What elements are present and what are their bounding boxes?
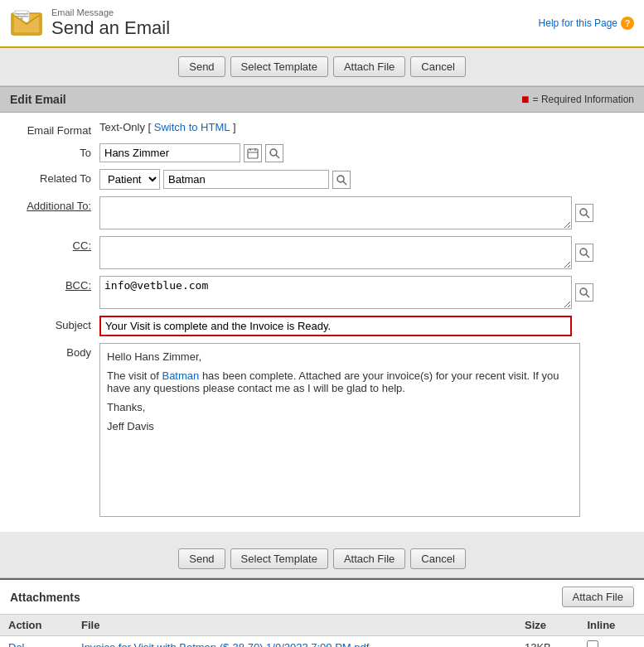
edit-email-section: Edit Email ■ = Required Information Emai…	[0, 86, 644, 540]
top-toolbar: Send Select Template Attach File Cancel	[0, 48, 644, 86]
svg-line-21	[586, 294, 589, 297]
svg-line-19	[586, 254, 589, 258]
body-signature: Jeff Davis	[107, 420, 573, 432]
bracket-close: ]	[230, 121, 236, 133]
body-row: Body Hello Hans Zimmer, The visit of Bat…	[17, 343, 627, 517]
additional-search-icon	[579, 207, 590, 219]
svg-line-13	[276, 155, 279, 158]
svg-line-17	[586, 215, 589, 218]
inline-checkbox[interactable]	[587, 640, 598, 647]
attachments-header: Attachments Attach File	[0, 580, 644, 615]
related-row: Patient Client Doctor Staff	[99, 169, 627, 190]
svg-point-12	[270, 149, 277, 156]
page-header: Email Message Send an Email Help for thi…	[0, 0, 644, 48]
related-search-button[interactable]	[332, 171, 351, 189]
body-label: Body	[17, 343, 99, 359]
size-cell: 13KB	[516, 636, 579, 648]
attachments-thead: Action File Size Inline	[0, 615, 644, 636]
body-editor[interactable]: Hello Hans Zimmer, The visit of Batman h…	[99, 343, 580, 517]
to-label: To	[17, 143, 99, 159]
action-cell: Del	[0, 636, 73, 648]
svg-point-14	[337, 176, 344, 182]
delete-link[interactable]: Del	[8, 641, 25, 647]
bcc-search-icon	[579, 287, 590, 298]
svg-point-20	[580, 288, 587, 295]
cc-search-button[interactable]	[575, 244, 593, 262]
attachments-tbody: Del Invoice for Visit with Batman ($-38.…	[0, 636, 644, 648]
additional-to-input[interactable]	[99, 196, 572, 229]
cc-row: CC:	[17, 236, 627, 269]
subject-input[interactable]	[99, 316, 572, 336]
cc-input[interactable]	[99, 236, 572, 269]
edit-email-container: Edit Email ■ = Required Information Emai…	[0, 86, 644, 532]
additional-to-control	[99, 196, 627, 229]
email-icon	[10, 7, 43, 40]
related-name-input[interactable]	[163, 170, 329, 189]
bcc-row: BCC: info@vetblue.com	[17, 276, 627, 309]
additional-to-row: Additional To:	[17, 196, 627, 229]
attach-file-button-attachments[interactable]: Attach File	[562, 587, 634, 607]
cancel-button-bottom[interactable]: Cancel	[410, 548, 465, 569]
cc-search-icon	[579, 247, 590, 258]
col-file: File	[73, 615, 516, 636]
edit-email-header: Edit Email ■ = Required Information	[0, 86, 644, 113]
additional-to-label: Additional To:	[17, 196, 99, 212]
form-area: Email Format Text-Only [ Switch to HTML …	[0, 113, 644, 532]
subject-row: Subject	[17, 316, 627, 336]
format-value: Text-Only	[99, 121, 145, 133]
to-search-button[interactable]	[265, 144, 283, 162]
select-template-button-bottom[interactable]: Select Template	[230, 548, 328, 569]
additional-to-search-button[interactable]	[575, 204, 593, 222]
select-template-button-top[interactable]: Select Template	[230, 56, 328, 77]
bcc-input[interactable]: info@vetblue.com	[99, 276, 572, 309]
search-icon	[269, 147, 280, 159]
email-format-control: Text-Only [ Switch to HTML ]	[99, 121, 627, 133]
bottom-toolbar: Send Select Template Attach File Cancel	[0, 540, 644, 578]
to-row: To	[17, 143, 627, 162]
col-size: Size	[516, 615, 579, 636]
body-thanks: Thanks,	[107, 401, 573, 413]
required-label: = Required Information	[533, 94, 634, 105]
related-to-row: Related To Patient Client Doctor Staff	[17, 169, 627, 190]
header-title: Send an Email	[51, 17, 170, 39]
related-to-label: Related To	[17, 169, 99, 185]
svg-line-15	[343, 181, 346, 185]
edit-email-title: Edit Email	[10, 93, 66, 106]
col-inline: Inline	[579, 615, 644, 636]
attachments-section: Attachments Attach File Action File Size…	[0, 578, 644, 647]
file-cell: Invoice for Visit with Batman ($-38.70) …	[73, 636, 516, 648]
send-button-bottom[interactable]: Send	[178, 548, 225, 569]
attachments-header-row: Action File Size Inline	[0, 615, 644, 636]
calendar-icon	[247, 147, 259, 159]
body-greeting: Hello Hans Zimmer,	[107, 350, 573, 363]
body-batman-link: Batman	[162, 369, 199, 382]
switch-to-html-link[interactable]: Switch to HTML	[154, 121, 230, 133]
bcc-label: BCC:	[17, 276, 99, 292]
svg-point-16	[580, 209, 587, 215]
help-text: Help for this Page	[539, 17, 617, 29]
related-type-select[interactable]: Patient Client Doctor Staff	[99, 169, 160, 190]
bcc-control: info@vetblue.com	[99, 276, 627, 309]
attachments-table: Action File Size Inline Del Invoice for …	[0, 615, 644, 647]
header-title-block: Email Message Send an Email	[51, 7, 170, 39]
bcc-search-button[interactable]	[575, 283, 593, 302]
required-marker: ■	[521, 92, 530, 107]
to-control	[99, 143, 627, 162]
attachments-title: Attachments	[10, 591, 80, 604]
cc-control	[99, 236, 627, 269]
attach-file-button-bottom[interactable]: Attach File	[333, 548, 405, 569]
body-control: Hello Hans Zimmer, The visit of Batman h…	[99, 343, 627, 517]
bracket-open: [	[145, 121, 154, 133]
email-format-row: Email Format Text-Only [ Switch to HTML …	[17, 121, 627, 137]
to-input[interactable]	[99, 143, 240, 162]
svg-point-18	[580, 249, 587, 255]
file-link[interactable]: Invoice for Visit with Batman ($-38.70) …	[81, 641, 369, 647]
send-button-top[interactable]: Send	[178, 56, 225, 77]
to-lookup-button[interactable]	[244, 144, 262, 162]
cancel-button-top[interactable]: Cancel	[410, 56, 465, 77]
attach-file-button-top[interactable]: Attach File	[333, 56, 405, 77]
help-link[interactable]: Help for this Page ?	[539, 17, 634, 30]
svg-rect-8	[248, 149, 258, 158]
header-subtitle: Email Message	[51, 7, 170, 17]
email-format-label: Email Format	[17, 121, 99, 137]
